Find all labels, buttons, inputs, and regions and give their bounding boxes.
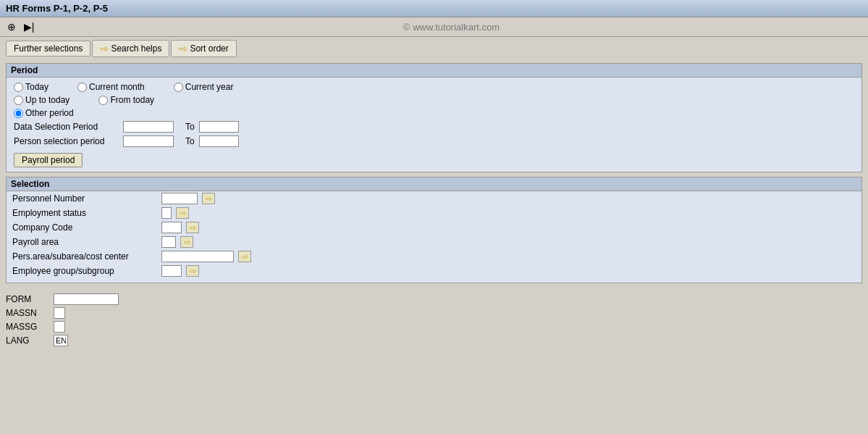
data-selection-row: Data Selection Period To (14, 121, 854, 133)
pers-area-row: Pers.area/subarea/cost center ⇨ (7, 249, 861, 264)
period-row-3: Other period (14, 108, 854, 118)
employment-status-label: Employment status (12, 208, 157, 218)
data-selection-to-label: To (185, 122, 195, 132)
radio-today-label[interactable]: Today (14, 82, 49, 92)
radio-current-year-text: Current year (185, 82, 234, 92)
radio-current-year-label[interactable]: Current year (174, 82, 234, 92)
radio-up-to-today-text: Up to today (25, 95, 69, 105)
radio-current-year[interactable] (174, 83, 183, 92)
employment-status-arrow-btn[interactable]: ⇨ (176, 207, 189, 219)
period-row-1: Today Current month Current year (14, 82, 854, 92)
employee-group-row: Employee group/subgroup ⇨ (7, 264, 861, 278)
period-row-2: Up to today From today (14, 95, 854, 105)
app-title: HR Forms P-1, P-2, P-5 (6, 3, 108, 14)
radio-from-today[interactable] (98, 96, 108, 105)
lang-label: LANG (6, 335, 49, 346)
payroll-area-input[interactable] (161, 236, 176, 248)
back-icon[interactable]: ⊕ (4, 20, 19, 34)
employment-status-row: Employment status ⇨ (7, 206, 861, 220)
period-body: Today Current month Current year Up to t… (7, 78, 861, 172)
period-section-title: Period (7, 64, 861, 78)
personnel-number-row: Personnel Number ⇨ (7, 191, 861, 206)
radio-current-month-text: Current month (89, 82, 145, 92)
tab-search-helps[interactable]: ⇨ Search helps (92, 40, 169, 57)
radio-other-period[interactable] (14, 109, 23, 118)
data-selection-from[interactable] (123, 121, 174, 133)
massn-label: MASSN (6, 308, 49, 318)
next-icon[interactable]: ▶| (22, 20, 36, 34)
person-selection-to[interactable] (199, 135, 239, 147)
payroll-period-button[interactable]: Payroll period (14, 153, 83, 167)
person-selection-from[interactable] (123, 135, 174, 147)
person-selection-label: Person selection period (14, 136, 119, 146)
selection-section: Selection Personnel Number ⇨ Employment … (6, 177, 862, 283)
pers-area-label: Pers.area/subarea/cost center (12, 251, 157, 262)
personnel-number-input[interactable] (161, 193, 198, 204)
radio-today[interactable] (14, 83, 23, 92)
tab-bar: Further selections ⇨ Search helps ⇨ Sort… (0, 37, 868, 60)
employment-status-input[interactable] (161, 207, 172, 219)
person-selection-row: Person selection period To (14, 135, 854, 147)
pers-area-arrow-btn[interactable]: ⇨ (238, 251, 251, 262)
title-bar: HR Forms P-1, P-2, P-5 (0, 0, 868, 17)
payroll-area-arrow-btn[interactable]: ⇨ (180, 236, 193, 248)
toolbar: ⊕ ▶| © www.tutorialkart.com (0, 17, 868, 37)
form-row: FORM (6, 293, 862, 305)
pers-area-input[interactable] (161, 251, 234, 262)
massg-label: MASSG (6, 322, 49, 332)
company-code-label: Company Code (12, 222, 157, 233)
employee-group-input[interactable] (161, 265, 182, 277)
payroll-area-row: Payroll area ⇨ (7, 235, 861, 249)
lang-input[interactable] (54, 335, 68, 346)
data-selection-to[interactable] (199, 121, 239, 133)
employee-group-label: Employee group/subgroup (12, 266, 157, 276)
search-helps-arrow-icon: ⇨ (100, 43, 109, 54)
massn-input[interactable] (54, 307, 65, 319)
further-selections-label: Further selections (14, 43, 83, 54)
payroll-area-label: Payroll area (12, 237, 157, 247)
payroll-btn-row: Payroll period (14, 150, 854, 167)
personnel-number-arrow-btn[interactable]: ⇨ (202, 193, 215, 204)
radio-up-to-today[interactable] (14, 96, 23, 105)
radio-up-to-today-label[interactable]: Up to today (14, 95, 69, 105)
selection-section-title: Selection (7, 178, 861, 191)
tab-further-selections[interactable]: Further selections (6, 41, 90, 57)
employee-group-arrow-btn[interactable]: ⇨ (186, 265, 199, 277)
form-label: FORM (6, 294, 49, 304)
period-section: Period Today Current month Current year (6, 63, 862, 172)
watermark: © www.tutorialkart.com (39, 22, 864, 33)
company-code-row: Company Code ⇨ (7, 220, 861, 235)
form-input[interactable] (54, 293, 119, 305)
radio-today-text: Today (25, 82, 49, 92)
radio-from-today-text: From today (110, 95, 154, 105)
main-content: Period Today Current month Current year (0, 60, 868, 291)
tab-sort-order[interactable]: ⇨ Sort order (171, 40, 236, 57)
radio-from-today-label[interactable]: From today (98, 95, 154, 105)
data-selection-label: Data Selection Period (14, 122, 119, 132)
bottom-section: FORM MASSN MASSG LANG (0, 291, 868, 351)
massg-row: MASSG (6, 321, 862, 333)
sort-order-label: Sort order (190, 43, 228, 54)
search-helps-label: Search helps (111, 43, 161, 54)
company-code-input[interactable] (161, 222, 182, 233)
lang-row: LANG (6, 335, 862, 346)
personnel-number-label: Personnel Number (12, 193, 157, 204)
massn-row: MASSN (6, 307, 862, 319)
radio-other-period-label[interactable]: Other period (14, 108, 74, 118)
radio-other-period-text: Other period (25, 108, 74, 118)
massg-input[interactable] (54, 321, 65, 333)
company-code-arrow-btn[interactable]: ⇨ (186, 222, 199, 233)
radio-current-month[interactable] (77, 83, 87, 92)
person-selection-to-label: To (185, 136, 195, 146)
sort-order-arrow-icon: ⇨ (179, 43, 187, 54)
radio-current-month-label[interactable]: Current month (77, 82, 145, 92)
